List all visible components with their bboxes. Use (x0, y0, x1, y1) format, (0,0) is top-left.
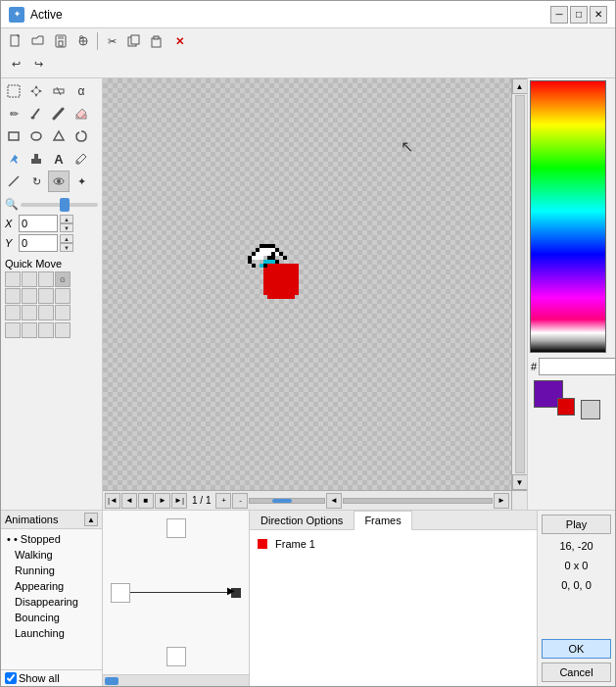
y-down-button[interactable]: ▼ (60, 243, 73, 252)
close-button[interactable]: ✕ (590, 6, 607, 24)
ok-button[interactable]: OK (542, 639, 611, 659)
eye-tool[interactable] (48, 171, 70, 192)
play-button[interactable]: Play (542, 515, 611, 534)
qm-g[interactable]: G (55, 271, 71, 287)
qm-topleft[interactable] (5, 271, 21, 287)
qm-row2-2[interactable] (22, 322, 37, 338)
new-button[interactable] (5, 30, 26, 52)
qm-bottom[interactable] (22, 305, 37, 320)
scroll-corner (511, 490, 527, 510)
text-tool[interactable]: A (48, 148, 70, 170)
anim-item-stopped[interactable]: • Stopped (3, 531, 100, 547)
canvas-viewport[interactable]: ↖ (103, 78, 511, 490)
show-all-checkbox[interactable] (5, 672, 17, 684)
frame-prev-button[interactable]: ◄ (121, 493, 137, 509)
triangle-tool[interactable] (48, 125, 70, 147)
cut-button[interactable]: ✂ (101, 30, 122, 52)
x-up-button[interactable]: ▲ (60, 215, 73, 223)
svg-rect-31 (260, 244, 263, 248)
qm-bottomright[interactable] (38, 305, 54, 320)
ellipse-tool[interactable] (25, 125, 47, 147)
anim-item-disappearing[interactable]: Disappearing (3, 594, 100, 610)
properties-button[interactable] (72, 30, 94, 52)
magic-tool[interactable]: α (71, 80, 92, 102)
tools-grid: α ✏ (3, 80, 100, 192)
resize-tool[interactable] (48, 80, 70, 102)
qm-row2-1[interactable] (5, 322, 21, 338)
tab-direction-options[interactable]: Direction Options (250, 511, 354, 529)
pencil-tool[interactable]: ✏ (3, 103, 24, 124)
svg-rect-45 (267, 252, 271, 256)
x-input[interactable] (19, 215, 58, 232)
anim-item-appearing[interactable]: Appearing (3, 578, 100, 594)
select-tool[interactable] (3, 80, 24, 102)
zoom-icon: 🔍 (5, 198, 19, 211)
redo-button[interactable]: ↪ (27, 53, 49, 74)
anim-item-launching[interactable]: Launching (3, 625, 100, 641)
anim-item-bouncing[interactable]: Bouncing (3, 610, 100, 625)
frame-next-button[interactable]: ►| (171, 493, 187, 509)
frame-stop-button[interactable]: ■ (138, 493, 154, 509)
x-down-button[interactable]: ▼ (60, 223, 73, 232)
zoom-slider[interactable] (21, 203, 98, 207)
hex-input[interactable] (539, 358, 615, 375)
scroll-track-v[interactable] (515, 95, 525, 473)
lasso-tool[interactable] (71, 125, 92, 147)
eyedropper-tool[interactable] (71, 148, 92, 170)
secondary-swatch[interactable] (557, 398, 575, 416)
qm-row2-3[interactable] (38, 322, 54, 338)
anim-item-walking[interactable]: Walking (3, 547, 100, 563)
minimize-button[interactable]: ─ (550, 6, 568, 24)
frame-play-button[interactable]: ► (155, 493, 170, 509)
brush-tool[interactable] (25, 103, 47, 124)
frame-scroll-track[interactable] (343, 498, 493, 504)
extra-swatch[interactable] (581, 400, 600, 419)
frame-scroll-left[interactable]: ◄ (326, 493, 342, 509)
tab-frames[interactable]: Frames (354, 511, 411, 530)
undo-button[interactable]: ↩ (5, 53, 26, 74)
animation-list-scroll[interactable]: • Stopped Walking Running Appearing Disa… (1, 529, 102, 669)
eraser-tool[interactable] (71, 103, 92, 124)
line-tool[interactable] (3, 171, 24, 192)
qm-row2-4[interactable] (55, 322, 71, 338)
vertical-scrollbar[interactable]: ▲ ▼ (511, 78, 527, 490)
frame-add-button[interactable]: + (215, 493, 231, 509)
frame-remove-button[interactable]: - (232, 493, 248, 509)
fill-tool[interactable] (3, 148, 24, 170)
timeline-scroll-thumb[interactable] (105, 677, 118, 685)
color-palette[interactable] (530, 80, 606, 353)
paste-button[interactable] (146, 30, 167, 52)
copy-button[interactable] (123, 30, 145, 52)
y-up-button[interactable]: ▲ (60, 234, 73, 243)
qm-extra[interactable] (55, 305, 71, 320)
qm-bottomleft[interactable] (5, 305, 21, 320)
rect-tool[interactable] (3, 125, 24, 147)
svg-rect-55 (252, 264, 256, 268)
open-button[interactable] (27, 30, 49, 52)
qm-left[interactable] (5, 288, 21, 304)
move-tool[interactable] (25, 80, 47, 102)
frame-scroll-right[interactable]: ► (494, 493, 509, 509)
qm-center-mid[interactable] (22, 288, 37, 304)
qm-topright[interactable] (38, 271, 54, 287)
cancel-button[interactable]: Cancel (542, 662, 611, 682)
scroll-up-button[interactable]: ▲ (512, 78, 528, 94)
y-input[interactable] (19, 234, 58, 252)
stamp-tool[interactable] (25, 148, 47, 170)
qm-right[interactable] (38, 288, 54, 304)
offset-display: 0, 0, 0 (542, 577, 611, 593)
anim-scroll-up[interactable]: ▲ (84, 513, 98, 526)
calligraphy-tool[interactable] (48, 103, 70, 124)
frame-slider-thumb[interactable] (272, 499, 292, 503)
frame-first-button[interactable]: |◄ (105, 493, 120, 509)
delete-button[interactable]: ✕ (168, 30, 190, 52)
maximize-button[interactable]: □ (570, 6, 588, 24)
save-button[interactable] (50, 30, 71, 52)
anim-item-running[interactable]: Running (3, 563, 100, 578)
rotate-tool[interactable]: ↻ (25, 171, 47, 192)
qm-top[interactable] (22, 271, 37, 287)
frame-slider[interactable] (249, 498, 325, 504)
star-tool[interactable]: ✦ (71, 171, 92, 192)
scroll-down-button[interactable]: ▼ (512, 474, 528, 490)
zoom-thumb[interactable] (60, 198, 70, 212)
